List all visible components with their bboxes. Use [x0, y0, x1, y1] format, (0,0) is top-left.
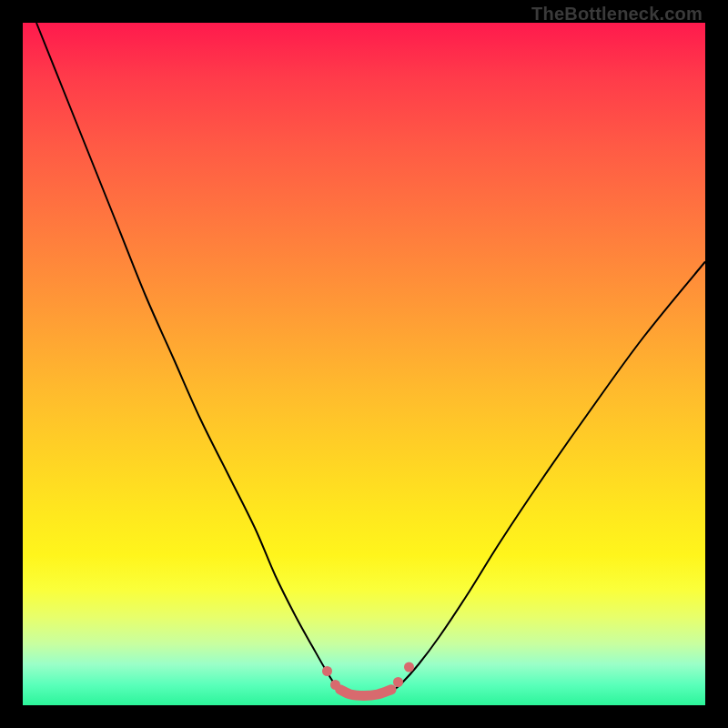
marker-dot-3: [404, 662, 414, 672]
chart-area: [23, 23, 705, 705]
watermark-text: TheBottleneck.com: [531, 4, 703, 25]
series-bottom-flat: [340, 690, 391, 696]
marker-dot-2: [393, 677, 403, 687]
marker-dot-0: [322, 666, 332, 676]
chart-markers-group: [322, 662, 414, 691]
chart-svg: [23, 23, 705, 705]
series-left-curve: [36, 23, 344, 692]
marker-dot-1: [330, 680, 340, 690]
chart-series-group: [36, 23, 705, 696]
series-right-curve: [391, 262, 705, 693]
